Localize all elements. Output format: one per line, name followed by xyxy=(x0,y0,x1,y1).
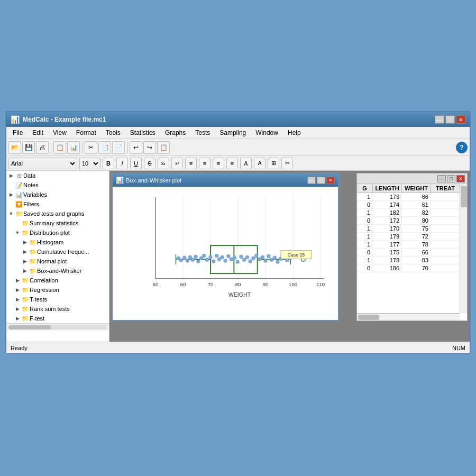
expander-ftest[interactable]: ▶ xyxy=(14,316,21,321)
expander-ttests[interactable]: ▶ xyxy=(14,297,21,302)
plot-close-button[interactable]: ✕ xyxy=(326,177,335,184)
sidebar-item-regression[interactable]: ▶ 📁 Regression xyxy=(6,285,109,295)
table-button[interactable]: 📊 xyxy=(67,141,80,154)
table-minimize-btn[interactable]: — xyxy=(437,175,446,182)
align-left-button[interactable]: ≡ xyxy=(185,158,197,169)
table-row[interactable]: 0 174 61 xyxy=(357,201,467,209)
table-row[interactable]: 1 179 72 xyxy=(357,233,467,241)
minimize-button[interactable]: — xyxy=(435,115,444,124)
table-hscrollbar[interactable] xyxy=(357,313,460,321)
table-row[interactable]: 1 177 78 xyxy=(357,241,467,249)
expander-regression[interactable]: ▶ xyxy=(14,287,21,292)
superscript-button[interactable]: x² xyxy=(171,158,183,169)
plot-icon: 📊 xyxy=(116,177,124,184)
menu-statistics[interactable]: Statistics xyxy=(126,128,160,138)
sidebar-item-rank-sum[interactable]: ▶ 📁 Rank sum tests xyxy=(6,304,109,314)
subscript-button[interactable]: x₂ xyxy=(158,158,169,169)
clipboard-button[interactable]: 📋 xyxy=(157,141,170,154)
menu-view[interactable]: View xyxy=(49,128,71,138)
font-selector[interactable]: Arial xyxy=(8,158,77,169)
menu-help[interactable]: Help xyxy=(283,128,305,138)
italic-button[interactable]: I xyxy=(116,158,128,169)
redo-button[interactable]: ↪ xyxy=(143,141,156,154)
plot-minimize-button[interactable]: — xyxy=(307,177,316,184)
menu-sampling[interactable]: Sampling xyxy=(215,128,250,138)
table-row[interactable]: 1 182 82 xyxy=(357,209,467,217)
table-maximize-btn[interactable]: □ xyxy=(447,175,455,182)
svg-point-41 xyxy=(226,254,230,258)
open-button[interactable]: 📂 xyxy=(8,141,21,154)
expander-box-whisker[interactable]: ▶ xyxy=(21,268,29,273)
undo-button[interactable]: ↩ xyxy=(130,141,142,154)
table-row[interactable]: 0 172 80 xyxy=(357,217,467,225)
menu-graphs[interactable]: Graphs xyxy=(161,128,190,138)
strikethrough-button[interactable]: S xyxy=(144,158,155,169)
expander-correlation[interactable]: ▶ xyxy=(14,278,21,283)
maximize-button[interactable]: □ xyxy=(445,115,455,124)
menu-file[interactable]: File xyxy=(8,128,27,138)
help-button[interactable]: ? xyxy=(456,142,468,153)
expander-rank-sum[interactable]: ▶ xyxy=(14,306,21,312)
menu-window[interactable]: Window xyxy=(251,128,282,138)
sidebar-item-summary-stats[interactable]: 📁 Summary statistics xyxy=(6,218,109,228)
menu-tests[interactable]: Tests xyxy=(191,128,214,138)
sidebar-item-box-whisker[interactable]: ▶ 📁 Box-and-Whisker xyxy=(6,266,109,276)
plot-maximize-button[interactable]: □ xyxy=(317,177,325,184)
sidebar-hscrollbar[interactable] xyxy=(6,323,109,331)
expander-variables[interactable]: ▶ xyxy=(7,192,15,197)
plot-window: 📊 Box-and-Whisker plot — □ ✕ xyxy=(112,173,339,321)
sidebar-item-ftest[interactable]: ▶ 📁 F-test xyxy=(6,314,109,323)
plot-content: 50 60 70 80 90 100 110 WEIGHT xyxy=(113,187,338,320)
sidebar-item-filters[interactable]: 🔽 Filters xyxy=(6,199,109,209)
expander-data[interactable]: ▶ xyxy=(7,173,15,178)
table-vscroll-thumb[interactable] xyxy=(461,186,467,207)
expander-saved-tests[interactable]: ▼ xyxy=(7,211,15,216)
table-row[interactable]: 1 170 75 xyxy=(357,225,467,233)
svg-point-40 xyxy=(224,259,227,263)
sidebar-item-histogram[interactable]: ▶ 📁 Histogram xyxy=(6,237,109,247)
sidebar-item-cumulative[interactable]: ▶ 📁 Cumulative freque... xyxy=(6,247,109,257)
table-row[interactable]: 1 178 83 xyxy=(357,257,467,264)
brush-button[interactable]: ✂ xyxy=(281,158,293,169)
save-button[interactable]: 💾 xyxy=(22,141,35,154)
size-selector[interactable]: 10 xyxy=(79,158,100,169)
sidebar-item-normal-plot[interactable]: ▶ 📁 Normal plot xyxy=(6,257,109,266)
align-right-button[interactable]: ≡ xyxy=(213,158,224,169)
table-close-btn[interactable]: ✕ xyxy=(456,175,465,182)
sidebar-item-variables[interactable]: ▶ 📊 Variables xyxy=(6,190,109,199)
bold-button[interactable]: B xyxy=(103,158,114,169)
sidebar-item-correlation[interactable]: ▶ 📁 Correlation xyxy=(6,276,109,285)
expander-dist-plot[interactable]: ▼ xyxy=(14,230,21,235)
paste-button[interactable]: 📋 xyxy=(53,141,66,154)
menu-tools[interactable]: Tools xyxy=(102,128,125,138)
plot-title: Box-and-Whisker plot xyxy=(126,177,181,184)
table-insert-button[interactable]: ⊞ xyxy=(268,158,279,169)
print-button[interactable]: 🖨 xyxy=(36,141,49,154)
copyformat-button[interactable]: 📄 xyxy=(112,141,125,154)
sidebar-item-notes[interactable]: 📝 Notes xyxy=(6,180,109,190)
sidebar-item-ttests[interactable]: ▶ 📁 T-tests xyxy=(6,295,109,304)
menu-format[interactable]: Format xyxy=(72,128,100,138)
table-hscroll-thumb[interactable] xyxy=(358,315,379,320)
underline-button[interactable]: U xyxy=(130,158,142,169)
table-vscrollbar[interactable] xyxy=(460,184,467,313)
font-grow-button[interactable]: A xyxy=(240,158,252,169)
font-shrink-button[interactable]: A xyxy=(254,158,266,169)
close-button[interactable]: ✕ xyxy=(456,115,465,124)
copy-button[interactable]: 📑 xyxy=(98,141,111,154)
menu-edit[interactable]: Edit xyxy=(28,128,48,138)
sidebar: ▶ ⊞ Data 📝 Notes ▶ 📊 Variables xyxy=(6,171,109,342)
sidebar-item-saved-tests[interactable]: ▼ 📁 Saved tests and graphs xyxy=(6,209,109,218)
table-row[interactable]: 0 186 70 xyxy=(357,264,467,272)
sidebar-scroll-thumb[interactable] xyxy=(8,325,51,329)
table-row[interactable]: 0 175 66 xyxy=(357,249,467,257)
sidebar-item-dist-plot[interactable]: ▼ 📁 Distribution plot xyxy=(6,228,109,237)
sidebar-item-data[interactable]: ▶ ⊞ Data xyxy=(6,171,109,180)
expander-histogram[interactable]: ▶ xyxy=(21,240,29,245)
table-row[interactable]: 1 173 66 xyxy=(357,193,467,201)
expander-cumulative[interactable]: ▶ xyxy=(21,249,29,254)
expander-normal-plot[interactable]: ▶ xyxy=(21,259,29,264)
list-button[interactable]: ≡ xyxy=(226,158,238,169)
cut-button[interactable]: ✂ xyxy=(85,141,97,154)
align-center-button[interactable]: ≡ xyxy=(199,158,210,169)
